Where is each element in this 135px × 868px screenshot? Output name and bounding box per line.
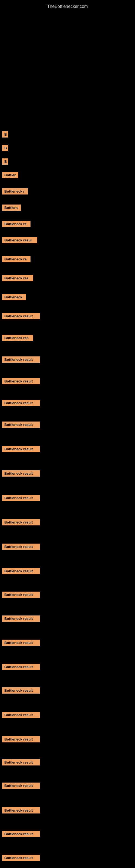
result-row: Bottlene: [2, 204, 21, 213]
result-row: Bottleneck result: [2, 781, 40, 791]
result-row: Bottleneck result: [2, 686, 40, 696]
result-row: Bottleneck r: [2, 187, 28, 197]
bottleneck-label: Bottleneck result: [2, 400, 40, 406]
bottleneck-label: Bottlen: [2, 172, 18, 178]
result-row: Bottleneck result: [2, 567, 40, 577]
bottleneck-label: Bottleneck result: [2, 807, 40, 813]
bottleneck-label: Bottleneck ra: [2, 256, 31, 262]
bottleneck-label: Bottleneck result: [2, 831, 40, 837]
result-row: B: [2, 130, 8, 140]
bottleneck-label: Bottleneck result: [2, 495, 40, 501]
bottleneck-label: Bottleneck res: [2, 275, 33, 281]
result-row: Bottleneck result: [2, 758, 40, 768]
result-row: Bottleneck result: [2, 614, 40, 624]
bottleneck-label: Bottleneck result: [2, 544, 40, 550]
bottleneck-label: Bottleneck result: [2, 759, 40, 766]
result-row: Bottleneck result: [2, 312, 40, 321]
bottleneck-label: Bottleneck result: [2, 378, 40, 384]
result-row: Bottlen: [2, 171, 18, 180]
bottleneck-label: Bottleneck result: [2, 470, 40, 476]
bottleneck-label: Bottleneck r: [2, 188, 28, 194]
result-row: Bottleneck result: [2, 542, 40, 552]
result-row: Bottleneck result: [2, 830, 40, 839]
bottleneck-label: Bottleneck result: [2, 736, 40, 742]
result-row: Bottleneck re: [2, 220, 31, 229]
result-row: B: [2, 144, 8, 153]
result-row: Bottleneck result: [2, 445, 40, 454]
bottleneck-label: Bottleneck result: [2, 782, 40, 789]
bottleneck-label: Bottleneck result: [2, 712, 40, 718]
result-row: Bottleneck: [2, 293, 26, 303]
bottleneck-label: Bottleneck result: [2, 664, 40, 670]
result-row: Bottleneck result: [2, 518, 40, 528]
bottleneck-label: Bottleneck result: [2, 519, 40, 525]
result-row: Bottleneck ra: [2, 255, 31, 265]
bottleneck-label: B: [2, 158, 8, 165]
bottleneck-label: Bottleneck re: [2, 221, 31, 227]
bottleneck-label: Bottleneck result: [2, 446, 40, 452]
result-row: Bottleneck result: [2, 639, 40, 648]
bottleneck-label: Bottleneck result: [2, 592, 40, 598]
result-row: B: [2, 157, 8, 167]
bottleneck-label: Bottleneck result: [2, 356, 40, 363]
bottleneck-label: Bottleneck result: [2, 422, 40, 428]
result-row: Bottleneck result: [2, 421, 40, 430]
result-row: Bottleneck result: [2, 494, 40, 503]
result-row: Bottleneck result: [2, 377, 40, 386]
result-row: Bottleneck res: [2, 334, 33, 343]
bottleneck-label: Bottleneck result: [2, 313, 40, 319]
result-row: Bottleneck result: [2, 806, 40, 816]
site-title: TheBottlenecker.com: [0, 1, 135, 12]
bottleneck-label: Bottlene: [2, 205, 21, 211]
bottleneck-label: B: [2, 131, 8, 137]
result-row: Bottleneck result: [2, 469, 40, 479]
bottleneck-label: B: [2, 145, 8, 151]
result-row: Bottleneck result: [2, 735, 40, 745]
result-row: Bottleneck result: [2, 663, 40, 672]
bottleneck-label: Bottleneck result: [2, 568, 40, 574]
bottleneck-label: Bottleneck res: [2, 335, 33, 341]
bottleneck-label: Bottleneck result: [2, 687, 40, 693]
bottleneck-label: Bottleneck result: [2, 616, 40, 622]
bottleneck-label: Bottleneck result: [2, 640, 40, 646]
bottleneck-label: Bottleneck result: [2, 855, 40, 861]
result-row: Bottleneck result: [2, 854, 40, 863]
result-row: Bottleneck result: [2, 711, 40, 720]
bottleneck-label: Bottleneck: [2, 294, 26, 300]
result-row: Bottleneck result: [2, 590, 40, 600]
result-row: Bottleneck result: [2, 399, 40, 408]
result-row: Bottleneck res: [2, 274, 33, 283]
result-row: Bottleneck result: [2, 355, 40, 365]
bottleneck-label: Bottleneck resul: [2, 237, 37, 243]
result-row: Bottleneck resul: [2, 236, 37, 246]
